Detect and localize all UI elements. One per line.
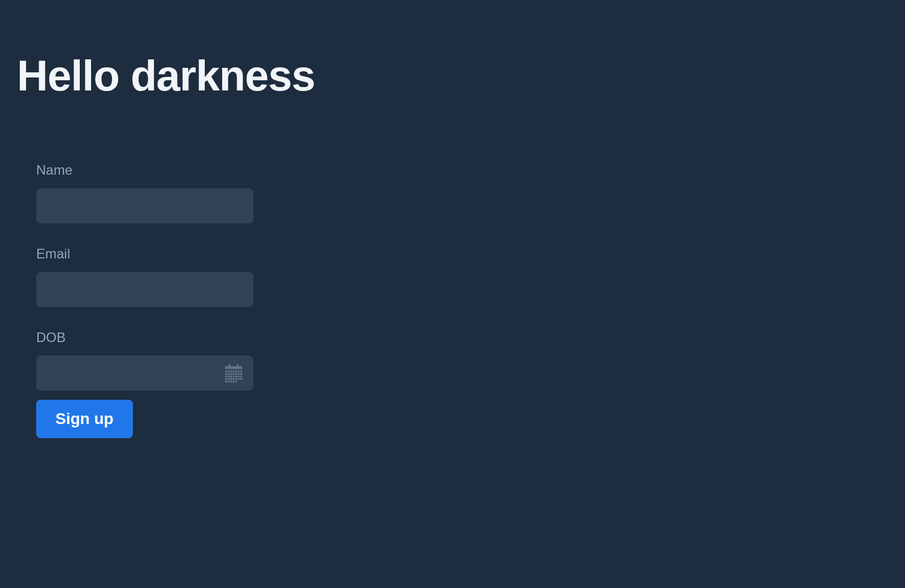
dob-group: DOB: [36, 330, 253, 391]
email-group: Email: [36, 246, 253, 307]
page-title: Hello darkness: [0, 0, 905, 100]
signup-form: Name Email DOB: [0, 100, 253, 438]
dob-label: DOB: [36, 330, 253, 345]
email-label: Email: [36, 246, 253, 262]
email-input[interactable]: [36, 272, 253, 307]
name-input[interactable]: [36, 188, 253, 223]
name-label: Name: [36, 162, 253, 178]
dob-input[interactable]: [36, 356, 253, 391]
dob-input-wrapper: [36, 356, 253, 391]
name-group: Name: [36, 162, 253, 223]
signup-button[interactable]: Sign up: [36, 400, 133, 438]
